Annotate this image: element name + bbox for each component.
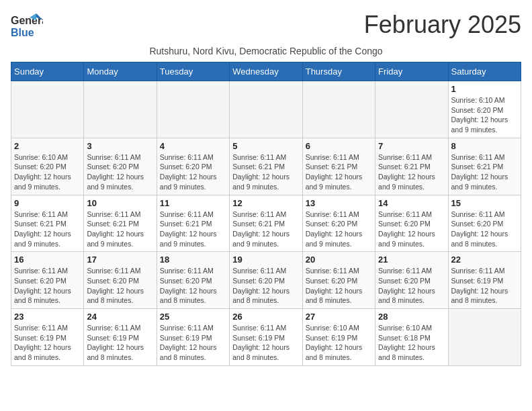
day-number: 28 <box>378 312 445 322</box>
calendar-week-row: 2Sunrise: 6:10 AMSunset: 6:20 PMDaylight… <box>11 138 521 195</box>
day-info: Sunrise: 6:11 AMSunset: 6:20 PMDaylight:… <box>87 152 153 192</box>
day-info: Sunrise: 6:11 AMSunset: 6:20 PMDaylight:… <box>232 266 299 306</box>
day-info: Sunrise: 6:10 AMSunset: 6:20 PMDaylight:… <box>451 95 518 135</box>
calendar-cell: 24Sunrise: 6:11 AMSunset: 6:19 PMDayligh… <box>84 309 157 366</box>
day-number: 6 <box>306 141 372 151</box>
day-info: Sunrise: 6:10 AMSunset: 6:20 PMDaylight:… <box>14 152 81 192</box>
calendar-cell: 25Sunrise: 6:11 AMSunset: 6:19 PMDayligh… <box>157 309 229 366</box>
calendar-cell: 11Sunrise: 6:11 AMSunset: 6:21 PMDayligh… <box>157 195 229 252</box>
day-number: 4 <box>160 141 226 151</box>
logo: General Blue <box>11 11 43 43</box>
day-number: 3 <box>87 141 153 151</box>
calendar-cell: 9Sunrise: 6:11 AMSunset: 6:21 PMDaylight… <box>11 195 84 252</box>
page-header: General Blue February 2025 <box>11 11 521 43</box>
weekday-header: Thursday <box>302 62 375 81</box>
day-info: Sunrise: 6:11 AMSunset: 6:19 PMDaylight:… <box>87 323 153 363</box>
day-number: 2 <box>14 141 81 151</box>
calendar-cell <box>11 81 84 138</box>
calendar-cell: 10Sunrise: 6:11 AMSunset: 6:21 PMDayligh… <box>84 195 157 252</box>
calendar-cell: 7Sunrise: 6:11 AMSunset: 6:21 PMDaylight… <box>375 138 448 195</box>
day-number: 20 <box>306 255 372 265</box>
day-number: 19 <box>232 255 299 265</box>
day-info: Sunrise: 6:11 AMSunset: 6:21 PMDaylight:… <box>306 152 372 192</box>
day-number: 25 <box>160 312 226 322</box>
calendar-week-row: 9Sunrise: 6:11 AMSunset: 6:21 PMDaylight… <box>11 195 521 252</box>
day-info: Sunrise: 6:11 AMSunset: 6:20 PMDaylight:… <box>451 210 518 249</box>
day-info: Sunrise: 6:11 AMSunset: 6:20 PMDaylight:… <box>87 266 153 306</box>
day-number: 17 <box>87 255 153 265</box>
calendar-cell: 5Sunrise: 6:11 AMSunset: 6:21 PMDaylight… <box>230 138 302 195</box>
calendar-cell: 17Sunrise: 6:11 AMSunset: 6:20 PMDayligh… <box>84 252 157 309</box>
day-info: Sunrise: 6:11 AMSunset: 6:19 PMDaylight:… <box>160 323 226 363</box>
day-number: 26 <box>232 312 299 322</box>
day-info: Sunrise: 6:11 AMSunset: 6:20 PMDaylight:… <box>160 152 226 192</box>
day-number: 22 <box>451 255 518 265</box>
calendar-cell: 22Sunrise: 6:11 AMSunset: 6:19 PMDayligh… <box>448 252 521 309</box>
calendar-cell <box>448 309 521 366</box>
day-info: Sunrise: 6:11 AMSunset: 6:19 PMDaylight:… <box>14 323 81 363</box>
calendar-cell: 26Sunrise: 6:11 AMSunset: 6:19 PMDayligh… <box>230 309 302 366</box>
day-info: Sunrise: 6:11 AMSunset: 6:20 PMDaylight:… <box>160 266 226 306</box>
day-info: Sunrise: 6:11 AMSunset: 6:21 PMDaylight:… <box>232 152 299 192</box>
day-info: Sunrise: 6:11 AMSunset: 6:20 PMDaylight:… <box>378 210 445 249</box>
day-number: 10 <box>87 198 153 208</box>
day-number: 21 <box>378 255 445 265</box>
calendar-table: SundayMondayTuesdayWednesdayThursdayFrid… <box>11 62 521 366</box>
day-number: 13 <box>306 198 372 208</box>
calendar-cell: 2Sunrise: 6:10 AMSunset: 6:20 PMDaylight… <box>11 138 84 195</box>
day-number: 27 <box>306 312 372 322</box>
day-number: 24 <box>87 312 153 322</box>
calendar-cell: 20Sunrise: 6:11 AMSunset: 6:20 PMDayligh… <box>302 252 375 309</box>
day-number: 18 <box>160 255 226 265</box>
day-info: Sunrise: 6:11 AMSunset: 6:20 PMDaylight:… <box>306 266 372 306</box>
day-info: Sunrise: 6:11 AMSunset: 6:20 PMDaylight:… <box>306 210 372 249</box>
calendar-cell: 13Sunrise: 6:11 AMSunset: 6:20 PMDayligh… <box>302 195 375 252</box>
calendar-cell <box>157 81 229 138</box>
calendar-cell: 15Sunrise: 6:11 AMSunset: 6:20 PMDayligh… <box>448 195 521 252</box>
calendar-week-row: 23Sunrise: 6:11 AMSunset: 6:19 PMDayligh… <box>11 309 521 366</box>
day-number: 11 <box>160 198 226 208</box>
calendar-cell: 27Sunrise: 6:10 AMSunset: 6:19 PMDayligh… <box>302 309 375 366</box>
calendar-cell: 21Sunrise: 6:11 AMSunset: 6:20 PMDayligh… <box>375 252 448 309</box>
calendar-week-row: 16Sunrise: 6:11 AMSunset: 6:20 PMDayligh… <box>11 252 521 309</box>
calendar-cell <box>375 81 448 138</box>
calendar-cell: 12Sunrise: 6:11 AMSunset: 6:21 PMDayligh… <box>230 195 302 252</box>
day-info: Sunrise: 6:11 AMSunset: 6:21 PMDaylight:… <box>451 152 518 192</box>
day-info: Sunrise: 6:11 AMSunset: 6:21 PMDaylight:… <box>378 152 445 192</box>
day-info: Sunrise: 6:10 AMSunset: 6:19 PMDaylight:… <box>306 323 372 363</box>
calendar-cell: 16Sunrise: 6:11 AMSunset: 6:20 PMDayligh… <box>11 252 84 309</box>
calendar-cell: 19Sunrise: 6:11 AMSunset: 6:20 PMDayligh… <box>230 252 302 309</box>
day-info: Sunrise: 6:11 AMSunset: 6:21 PMDaylight:… <box>87 210 153 249</box>
weekday-header: Monday <box>84 62 157 81</box>
month-title: February 2025 <box>364 11 521 39</box>
calendar-cell: 8Sunrise: 6:11 AMSunset: 6:21 PMDaylight… <box>448 138 521 195</box>
day-info: Sunrise: 6:11 AMSunset: 6:19 PMDaylight:… <box>232 323 299 363</box>
day-number: 14 <box>378 198 445 208</box>
day-info: Sunrise: 6:11 AMSunset: 6:21 PMDaylight:… <box>232 210 299 249</box>
calendar-cell: 28Sunrise: 6:10 AMSunset: 6:18 PMDayligh… <box>375 309 448 366</box>
weekday-header: Saturday <box>448 62 521 81</box>
day-number: 16 <box>14 255 81 265</box>
day-number: 1 <box>451 84 518 94</box>
day-number: 9 <box>14 198 81 208</box>
calendar-cell: 1Sunrise: 6:10 AMSunset: 6:20 PMDaylight… <box>448 81 521 138</box>
day-info: Sunrise: 6:11 AMSunset: 6:20 PMDaylight:… <box>14 266 81 306</box>
day-number: 8 <box>451 141 518 151</box>
calendar-cell: 23Sunrise: 6:11 AMSunset: 6:19 PMDayligh… <box>11 309 84 366</box>
day-number: 15 <box>451 198 518 208</box>
day-number: 5 <box>232 141 299 151</box>
calendar-cell: 14Sunrise: 6:11 AMSunset: 6:20 PMDayligh… <box>375 195 448 252</box>
calendar-cell <box>84 81 157 138</box>
weekday-header: Sunday <box>11 62 84 81</box>
weekday-header: Friday <box>375 62 448 81</box>
day-info: Sunrise: 6:10 AMSunset: 6:18 PMDaylight:… <box>378 323 445 363</box>
weekday-header: Wednesday <box>230 62 302 81</box>
calendar-cell <box>302 81 375 138</box>
day-number: 12 <box>232 198 299 208</box>
logo-graphic: General Blue <box>11 11 43 43</box>
calendar-header-row: SundayMondayTuesdayWednesdayThursdayFrid… <box>11 62 521 81</box>
day-info: Sunrise: 6:11 AMSunset: 6:21 PMDaylight:… <box>14 210 81 249</box>
calendar-cell: 6Sunrise: 6:11 AMSunset: 6:21 PMDaylight… <box>302 138 375 195</box>
day-number: 7 <box>378 141 445 151</box>
svg-text:Blue: Blue <box>11 27 34 38</box>
